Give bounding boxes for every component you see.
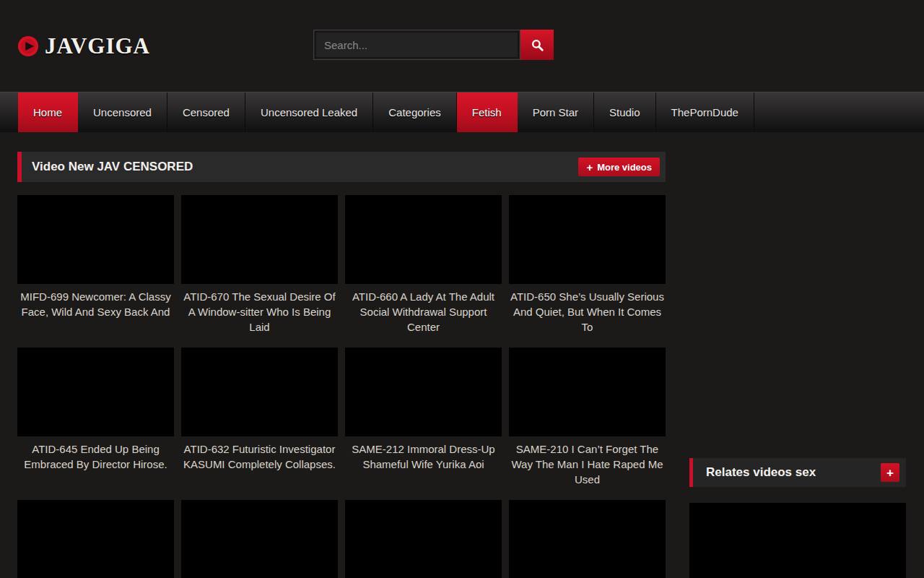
magnifier-icon	[531, 38, 544, 52]
sidebar-header: Relates videos sex +	[689, 458, 906, 487]
related-video-thumbnail[interactable]	[689, 503, 906, 578]
video-card: ATID-650 She’s Usually Serious And Quiet…	[509, 195, 666, 335]
video-card: ATID-645 Ended Up Being Embraced By Dire…	[17, 348, 174, 487]
more-videos-label: More videos	[597, 162, 652, 173]
video-thumbnail[interactable]	[181, 500, 338, 578]
sidebar-expand-button[interactable]: +	[881, 463, 899, 482]
section-header: Video New JAV CENSORED + More videos	[17, 152, 666, 182]
plus-icon: +	[586, 162, 593, 173]
video-card: ATID-632 Futuristic Investigator KASUMI …	[181, 348, 338, 487]
nav-item-home[interactable]: Home	[18, 92, 78, 132]
video-card: YUJ-055 From The Day I Got	[509, 500, 666, 578]
plus-icon: +	[886, 467, 894, 479]
video-card: SAME-212 Immoral Dress-Up Shameful Wife …	[345, 348, 502, 487]
nav-item-studio[interactable]: Studio	[594, 92, 656, 132]
nav-item-censored[interactable]: Censored	[167, 92, 245, 132]
nav-item-fetish[interactable]: Fetish	[457, 92, 518, 132]
video-grid: MIFD-699 Newcomer: A Classy Face, Wild A…	[17, 195, 666, 578]
video-thumbnail[interactable]	[345, 195, 502, 284]
video-card: SAME-203 A Story About A Sex-	[181, 500, 338, 578]
main-nav: Home Uncensored Censored Uncensored Leak…	[0, 92, 924, 132]
sidebar: Relates videos sex +	[689, 458, 906, 578]
main-content: Video New JAV CENSORED + More videos MIF…	[17, 152, 666, 578]
video-thumbnail[interactable]	[17, 195, 174, 284]
video-card: SAME-210 I Can’t Forget The Way The Man …	[509, 348, 666, 487]
search-bar	[313, 30, 554, 60]
video-thumbnail[interactable]	[509, 348, 666, 436]
video-title[interactable]: ATID-645 Ended Up Being Embraced By Dire…	[17, 441, 174, 472]
video-title[interactable]: ATID-670 The Sexual Desire Of A Window-s…	[181, 289, 338, 335]
video-title[interactable]: ATID-632 Futuristic Investigator KASUMI …	[181, 441, 338, 472]
video-card: ATID-670 The Sexual Desire Of A Window-s…	[181, 195, 338, 335]
video-thumbnail[interactable]	[17, 500, 174, 578]
nav-item-uncensored-leaked[interactable]: Uncensored Leaked	[245, 92, 373, 132]
nav-item-porn-star[interactable]: Porn Star	[518, 92, 594, 132]
video-title[interactable]: MIFD-699 Newcomer: A Classy Face, Wild A…	[17, 289, 174, 319]
nav-item-categories[interactable]: Categories	[373, 92, 457, 132]
nav-item-theporndude[interactable]: ThePornDude	[656, 92, 754, 132]
search-input[interactable]	[313, 30, 520, 60]
video-thumbnail[interactable]	[345, 348, 502, 436]
video-thumbnail[interactable]	[509, 500, 666, 578]
nav-item-uncensored[interactable]: Uncensored	[78, 92, 167, 132]
logo[interactable]: JAVGIGA	[17, 33, 150, 59]
play-circle-icon	[17, 35, 39, 57]
video-thumbnail[interactable]	[509, 195, 666, 284]
video-thumbnail[interactable]	[17, 348, 174, 436]
video-thumbnail[interactable]	[181, 195, 338, 284]
video-card: MIFD-699 Newcomer: A Classy Face, Wild A…	[17, 195, 174, 335]
site-title: JAVGIGA	[45, 33, 150, 59]
video-card: ATID-660 A Lady At The Adult Social With…	[345, 195, 502, 335]
video-title[interactable]: SAME-212 Immoral Dress-Up Shameful Wife …	[345, 441, 502, 472]
section-title: Video New JAV CENSORED	[32, 160, 193, 174]
video-title[interactable]: ATID-650 She’s Usually Serious And Quiet…	[509, 289, 666, 335]
search-button[interactable]	[520, 30, 554, 60]
video-thumbnail[interactable]	[345, 500, 502, 578]
video-title[interactable]: ATID-660 A Lady At The Adult Social With…	[345, 289, 502, 335]
video-title[interactable]: SAME-210 I Can’t Forget The Way The Man …	[509, 441, 666, 487]
video-thumbnail[interactable]	[181, 348, 338, 436]
video-card: YUJ-057 “Let’s Get Married When	[345, 500, 502, 578]
sidebar-title: Relates videos sex	[706, 465, 881, 480]
video-card: SAME-208 Schoolgirl Confinement	[17, 500, 174, 578]
more-videos-button[interactable]: + More videos	[578, 158, 660, 176]
